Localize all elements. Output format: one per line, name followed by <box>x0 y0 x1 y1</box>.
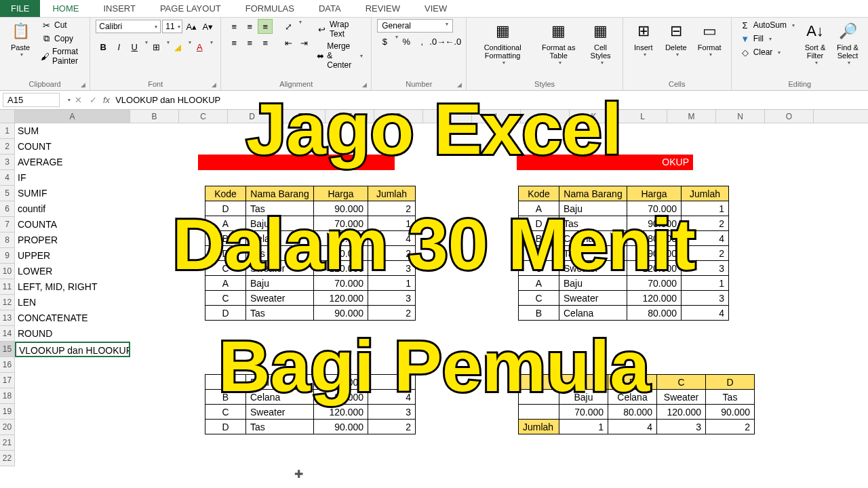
align-right-icon[interactable]: ≡ <box>258 35 273 50</box>
col-header[interactable]: A <box>15 110 130 123</box>
increase-indent-icon[interactable]: ⇥ <box>296 35 311 50</box>
cell[interactable]: VLOOKUP dan HLOOKUP <box>15 342 130 357</box>
underline-button[interactable]: U <box>127 39 142 54</box>
tab-insert[interactable]: INSERT <box>91 0 147 17</box>
decrease-decimal-icon[interactable]: ←.0 <box>446 34 460 49</box>
col-header[interactable]: E <box>277 110 326 123</box>
orientation-icon[interactable]: ⤢ <box>281 19 296 34</box>
row-header[interactable]: 13 <box>0 310 15 326</box>
align-center-icon[interactable]: ≡ <box>242 35 257 50</box>
fill-button[interactable]: ▼Fill▾ <box>737 33 797 45</box>
copy-button[interactable]: ⧉Copy <box>38 33 84 45</box>
col-header[interactable]: H <box>423 110 472 123</box>
increase-font-icon[interactable]: A▴ <box>184 19 199 34</box>
row-header[interactable]: 18 <box>0 388 15 404</box>
formula-input[interactable]: VLOOKUP dan HLOOKUP <box>113 94 865 106</box>
clear-button[interactable]: ◇Clear▾ <box>737 46 797 58</box>
cut-button[interactable]: ✂Cut <box>38 19 84 31</box>
row-header[interactable]: 5 <box>0 186 15 201</box>
cell[interactable]: LEFT, MID, RIGHT <box>15 279 130 295</box>
row-header[interactable]: 15 <box>0 342 15 357</box>
col-header[interactable]: K <box>570 110 618 123</box>
cell[interactable]: IF <box>15 170 130 186</box>
cell[interactable]: SUMIF <box>15 186 130 201</box>
format-as-table-button[interactable]: ▦Format as Table▾ <box>536 19 581 67</box>
align-left-icon[interactable]: ≡ <box>226 35 241 50</box>
row-header[interactable]: 4 <box>0 170 15 186</box>
cell[interactable]: COUNT <box>15 139 130 155</box>
align-top-icon[interactable]: ≡ <box>226 19 241 34</box>
autosum-button[interactable]: ΣAutoSum▾ <box>737 19 797 31</box>
col-header[interactable]: C <box>179 110 228 123</box>
cell[interactable]: SUM <box>15 123 130 139</box>
row-header[interactable]: 3 <box>0 155 15 170</box>
col-header[interactable]: F <box>326 110 374 123</box>
col-header[interactable]: I <box>472 110 521 123</box>
insert-cells-button[interactable]: ⊞Insert▾ <box>629 19 658 59</box>
col-header[interactable]: L <box>618 110 667 123</box>
number-format-combo[interactable]: General▾ <box>377 19 453 33</box>
row-header[interactable]: 21 <box>0 435 15 451</box>
cell[interactable]: ROUND <box>15 326 130 342</box>
font-size-combo[interactable]: 11▾ <box>162 20 182 33</box>
cell[interactable]: PROPER <box>15 232 130 248</box>
italic-button[interactable]: I <box>111 39 126 54</box>
row-header[interactable]: 6 <box>0 201 15 217</box>
font-name-combo[interactable]: Calibri▾ <box>96 20 161 33</box>
increase-decimal-icon[interactable]: .0→ <box>430 34 445 49</box>
col-header[interactable]: D <box>228 110 277 123</box>
dialog-launcher-icon[interactable]: ◢ <box>212 81 216 88</box>
row-header[interactable]: 16 <box>0 357 15 373</box>
sort-filter-button[interactable]: A↓Sort & Filter▾ <box>800 19 830 67</box>
row-header[interactable]: 7 <box>0 217 15 232</box>
col-header[interactable]: J <box>521 110 570 123</box>
fill-color-button[interactable]: ◢ <box>170 39 185 54</box>
cells-area[interactable]: OKUP KodeNama BarangHargaJumlah DTas90.0… <box>15 123 868 466</box>
conditional-formatting-button[interactable]: ▦Conditional Formatting▾ <box>472 19 533 67</box>
tab-page-layout[interactable]: PAGE LAYOUT <box>148 0 233 17</box>
row-header[interactable]: 17 <box>0 373 15 388</box>
merge-center-button[interactable]: ⬌Merge & Center▾ <box>314 41 366 70</box>
row-header[interactable]: 11 <box>0 279 15 295</box>
row-header[interactable]: 14 <box>0 326 15 342</box>
row-header[interactable]: 10 <box>0 264 15 279</box>
select-all-corner[interactable] <box>0 110 15 123</box>
cell[interactable]: CONCATENATE <box>15 310 130 326</box>
paste-button[interactable]: 📋 Paste ▾ <box>5 19 35 59</box>
format-painter-button[interactable]: 🖌Format Painter <box>38 46 84 66</box>
border-button[interactable]: ⊞ <box>149 39 163 54</box>
col-header[interactable]: M <box>667 110 716 123</box>
row-header[interactable]: 20 <box>0 420 15 435</box>
bold-button[interactable]: B <box>96 39 111 54</box>
file-tab[interactable]: FILE <box>0 0 40 17</box>
row-header[interactable]: 8 <box>0 232 15 248</box>
col-header[interactable]: B <box>130 110 179 123</box>
align-middle-icon[interactable]: ≡ <box>242 19 257 34</box>
row-header[interactable]: 22 <box>0 451 15 466</box>
cell[interactable]: COUNTA <box>15 217 130 232</box>
row-header[interactable]: 9 <box>0 248 15 264</box>
row-header[interactable]: 19 <box>0 404 15 420</box>
percent-icon[interactable]: % <box>399 34 414 49</box>
accept-formula-icon[interactable]: ✓ <box>85 95 100 105</box>
tab-formulas[interactable]: FORMULAS <box>233 0 307 17</box>
font-color-button[interactable]: A <box>192 39 207 54</box>
dialog-launcher-icon[interactable]: ◢ <box>81 81 85 88</box>
dialog-launcher-icon[interactable]: ◢ <box>457 81 462 88</box>
decrease-indent-icon[interactable]: ⇤ <box>281 35 296 50</box>
delete-cells-button[interactable]: ⊟Delete▾ <box>661 19 691 59</box>
col-header[interactable]: G <box>374 110 423 123</box>
cell[interactable]: AVERAGE <box>15 155 130 170</box>
tab-review[interactable]: REVIEW <box>353 0 412 17</box>
cell[interactable]: LOWER <box>15 264 130 279</box>
wrap-text-button[interactable]: ↩Wrap Text <box>314 19 366 39</box>
name-box[interactable]: A15 <box>3 93 60 107</box>
tab-home[interactable]: HOME <box>40 0 91 17</box>
row-header[interactable]: 2 <box>0 139 15 155</box>
decrease-font-icon[interactable]: A▾ <box>200 19 215 34</box>
tab-view[interactable]: VIEW <box>412 0 459 17</box>
row-header[interactable]: 12 <box>0 295 15 310</box>
cell[interactable]: LEN <box>15 295 130 310</box>
cell[interactable]: countif <box>15 201 130 217</box>
col-header[interactable]: N <box>716 110 765 123</box>
